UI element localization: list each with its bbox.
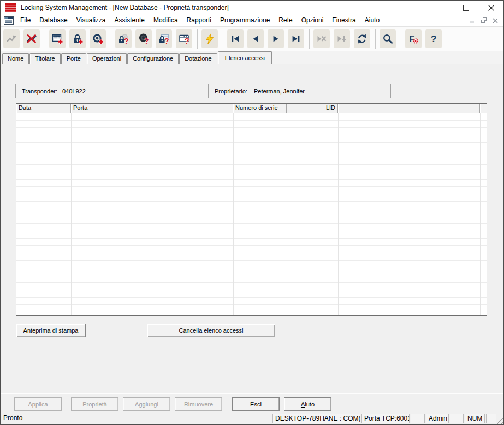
transponder-label: Transponder: — [22, 88, 62, 95]
new-lock-button[interactable] — [69, 29, 86, 48]
tab-configurazione[interactable]: Configurazione — [127, 53, 179, 64]
column-gridline — [71, 113, 72, 315]
tab-elenco-accessi[interactable]: Elenco accessi — [218, 51, 272, 64]
toolbar-separator — [111, 29, 111, 49]
maximize-button[interactable] — [453, 1, 478, 15]
help-bottom-label: Aiuto — [301, 401, 315, 408]
first-record-button[interactable] — [227, 29, 244, 48]
transponder-value: 040L922 — [62, 88, 86, 95]
column-header-data[interactable]: Data — [16, 104, 71, 113]
menu-item-finestra[interactable]: Finestra — [328, 15, 360, 26]
properties-button[interactable]: Proprietà — [71, 397, 118, 411]
column-gridline — [233, 113, 234, 315]
search-button[interactable] — [380, 29, 396, 48]
app-window: Locking System Management - [New Databas… — [0, 0, 504, 425]
menu-item-assistente[interactable]: Assistente — [110, 15, 149, 26]
menu-item-visualizza[interactable]: Visualizza — [72, 15, 110, 26]
menu-item-opzioni[interactable]: Opzioni — [297, 15, 328, 26]
owner-groupbox: Proprietario: Peterman, Jennifer — [208, 84, 391, 98]
toolbar-separator — [309, 29, 310, 49]
read-window-button[interactable] — [176, 29, 192, 48]
column-header-filler — [480, 104, 487, 113]
window-title: Locking System Management - [New Databas… — [21, 4, 229, 11]
toolbar-separator — [401, 29, 401, 49]
help-bottom-button[interactable]: Aiuto — [284, 397, 331, 411]
table-body-empty[interactable] — [16, 113, 487, 315]
menu-item-rapporti[interactable]: Rapporti — [182, 15, 216, 26]
transponder-groupbox: Transponder: 040L922 — [15, 84, 201, 98]
print-preview-button[interactable]: Anteprima di stampa — [16, 324, 86, 337]
read-lock-network-button[interactable] — [156, 29, 172, 48]
cancel-record-button[interactable] — [313, 29, 330, 48]
statusbar: Pronto DESKTOP-789HANE : COM(*) Porta TC… — [1, 412, 503, 424]
tab-titolare[interactable]: Titolare — [29, 53, 60, 64]
clear-access-list-button[interactable]: Cancella elenco accessi — [147, 324, 275, 337]
read-transponder-button[interactable] — [135, 29, 152, 48]
next-record-button[interactable] — [268, 29, 284, 48]
status-empty-pane — [486, 414, 496, 423]
last-record-button[interactable] — [288, 29, 304, 48]
mdi-close-icon[interactable] — [491, 17, 499, 24]
minimize-button[interactable] — [428, 1, 453, 15]
toolbar-separator — [197, 29, 198, 49]
exit-button[interactable]: Esci — [232, 397, 280, 411]
simonsvoss-logo-icon — [5, 3, 16, 12]
owner-label: Proprietario: — [215, 88, 254, 95]
owner-value: Peterman, Jennifer — [254, 88, 305, 95]
toolbar-separator — [45, 29, 45, 49]
resize-grip[interactable] — [495, 416, 503, 424]
tab-operazioni[interactable]: Operazioni — [87, 53, 127, 64]
column-gridline — [338, 113, 339, 315]
column-header-empty[interactable] — [338, 104, 480, 113]
tab-nome[interactable]: Nome — [2, 53, 29, 64]
menu-item-programmazione[interactable]: Programmazione — [216, 15, 274, 26]
post-record-button[interactable] — [334, 29, 350, 48]
column-header-porta[interactable]: Porta — [71, 104, 233, 113]
status-numlock-pane: NUM — [465, 414, 485, 423]
toolbar — [1, 27, 503, 51]
status-user-pane: Admin — [426, 414, 449, 423]
column-header-lid[interactable]: LID — [287, 104, 338, 113]
menu-item-aiuto[interactable]: Aiuto — [360, 15, 384, 26]
program-flash-button[interactable] — [201, 29, 218, 48]
status-ready-text: Pronto — [3, 414, 22, 422]
column-gridline — [480, 113, 481, 315]
logout-button[interactable] — [23, 29, 40, 48]
mdi-document-icon[interactable] — [4, 16, 14, 25]
close-button[interactable] — [478, 1, 503, 15]
login-button[interactable] — [3, 29, 20, 48]
new-transponder-button[interactable] — [90, 29, 106, 48]
menu-item-modifica[interactable]: Modifica — [149, 15, 182, 26]
add-button[interactable]: Aggiungi — [123, 397, 170, 411]
refresh-button[interactable] — [354, 29, 370, 48]
mdi-minimize-icon[interactable] — [469, 17, 476, 24]
toolbar-separator — [375, 29, 376, 49]
column-header-numero-di-serie[interactable]: Numero di serie — [233, 104, 287, 113]
divider — [1, 393, 503, 393]
toolbar-separator — [223, 29, 223, 49]
menu-item-file[interactable]: File — [16, 15, 35, 26]
status-connection-pane: DESKTOP-789HANE : COM(*) — [272, 414, 360, 423]
new-locking-system-button[interactable] — [49, 29, 66, 48]
column-gridline — [287, 113, 287, 315]
read-lock-button[interactable] — [115, 29, 132, 48]
status-empty-pane — [411, 414, 425, 423]
titlebar: Locking System Management - [New Databas… — [1, 1, 503, 15]
tab-porte[interactable]: Porte — [61, 53, 86, 64]
previous-record-button[interactable] — [247, 29, 264, 48]
help-button[interactable] — [425, 29, 442, 48]
menubar: File Database Visualizza Assistente Modi… — [1, 15, 503, 27]
status-empty-pane — [450, 414, 464, 423]
apply-button[interactable]: Applica — [14, 397, 62, 411]
filter-settings-button[interactable] — [405, 29, 422, 48]
access-list-table: Data Porta Numero di serie LID — [16, 103, 487, 316]
menu-item-rete[interactable]: Rete — [274, 15, 297, 26]
status-tcp-port-pane: Porta TCP:6001 — [361, 414, 410, 423]
remove-button[interactable]: Rimuovere — [175, 397, 222, 411]
table-header-row: Data Porta Numero di serie LID — [16, 104, 487, 113]
mdi-restore-icon[interactable] — [480, 17, 488, 24]
menu-item-database[interactable]: Database — [35, 15, 72, 26]
tabstrip: Nome Titolare Porte Operazioni Configura… — [1, 51, 503, 64]
tab-dotazione[interactable]: Dotazione — [179, 53, 217, 64]
